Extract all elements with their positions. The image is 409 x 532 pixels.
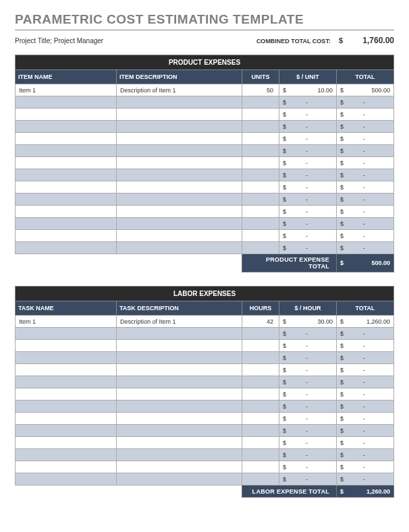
item-desc-cell[interactable]: [117, 461, 242, 473]
item-name-cell[interactable]: [16, 388, 117, 401]
item-desc-cell[interactable]: [117, 96, 242, 109]
rate-cell[interactable]: $-: [279, 181, 337, 194]
rate-cell[interactable]: $-: [279, 242, 337, 254]
item-desc-cell[interactable]: [117, 145, 242, 157]
item-desc-cell[interactable]: [117, 413, 242, 425]
units-cell[interactable]: 42: [242, 316, 279, 328]
rate-cell[interactable]: $-: [279, 449, 337, 461]
units-cell[interactable]: [242, 194, 279, 206]
units-cell[interactable]: [242, 133, 279, 145]
rate-cell[interactable]: $-: [279, 401, 337, 413]
rate-cell[interactable]: $-: [279, 473, 337, 485]
item-desc-cell[interactable]: [117, 206, 242, 218]
item-name-cell[interactable]: [16, 157, 117, 169]
item-name-cell[interactable]: [16, 121, 117, 133]
item-name-cell[interactable]: [16, 437, 117, 449]
item-desc-cell[interactable]: [117, 437, 242, 449]
rate-cell[interactable]: $-: [279, 218, 337, 230]
item-name-cell[interactable]: [16, 218, 117, 230]
units-cell[interactable]: [242, 157, 279, 169]
rate-cell[interactable]: $-: [279, 206, 337, 218]
item-desc-cell[interactable]: [117, 121, 242, 133]
item-name-cell[interactable]: [16, 425, 117, 437]
item-name-cell[interactable]: [16, 340, 117, 352]
item-name-cell[interactable]: [16, 328, 117, 340]
item-desc-cell[interactable]: [117, 242, 242, 254]
units-cell[interactable]: [242, 376, 279, 388]
rate-cell[interactable]: $-: [279, 145, 337, 157]
rate-cell[interactable]: $-: [279, 437, 337, 449]
rate-cell[interactable]: $-: [279, 388, 337, 401]
units-cell[interactable]: [242, 388, 279, 401]
units-cell[interactable]: [242, 449, 279, 461]
units-cell[interactable]: [242, 230, 279, 242]
item-name-cell[interactable]: [16, 169, 117, 181]
item-desc-cell[interactable]: [117, 157, 242, 169]
item-desc-cell[interactable]: [117, 401, 242, 413]
rate-cell[interactable]: $-: [279, 376, 337, 388]
units-cell[interactable]: [242, 218, 279, 230]
item-name-cell[interactable]: [16, 230, 117, 242]
item-name-cell[interactable]: [16, 181, 117, 194]
item-desc-cell[interactable]: Description of Item 1: [117, 84, 242, 96]
rate-cell[interactable]: $10.00: [279, 84, 337, 96]
rate-cell[interactable]: $-: [279, 413, 337, 425]
units-cell[interactable]: [242, 328, 279, 340]
rate-cell[interactable]: $-: [279, 194, 337, 206]
units-cell[interactable]: [242, 121, 279, 133]
units-cell[interactable]: [242, 364, 279, 376]
item-name-cell[interactable]: [16, 206, 117, 218]
rate-cell[interactable]: $-: [279, 96, 337, 109]
item-desc-cell[interactable]: [117, 449, 242, 461]
rate-cell[interactable]: $30.00: [279, 316, 337, 328]
units-cell[interactable]: [242, 413, 279, 425]
rate-cell[interactable]: $-: [279, 169, 337, 181]
units-cell[interactable]: [242, 96, 279, 109]
units-cell[interactable]: [242, 401, 279, 413]
item-desc-cell[interactable]: [117, 376, 242, 388]
rate-cell[interactable]: $-: [279, 230, 337, 242]
units-cell[interactable]: [242, 169, 279, 181]
item-desc-cell[interactable]: [117, 473, 242, 485]
item-desc-cell[interactable]: [117, 181, 242, 194]
item-desc-cell[interactable]: [117, 352, 242, 364]
units-cell[interactable]: [242, 145, 279, 157]
item-name-cell[interactable]: [16, 364, 117, 376]
item-desc-cell[interactable]: [117, 388, 242, 401]
item-name-cell[interactable]: Item 1: [16, 84, 117, 96]
item-name-cell[interactable]: [16, 145, 117, 157]
item-desc-cell[interactable]: [117, 169, 242, 181]
item-name-cell[interactable]: [16, 461, 117, 473]
item-desc-cell[interactable]: [117, 340, 242, 352]
rate-cell[interactable]: $-: [279, 133, 337, 145]
item-desc-cell[interactable]: [117, 133, 242, 145]
item-desc-cell[interactable]: [117, 194, 242, 206]
item-desc-cell[interactable]: [117, 218, 242, 230]
units-cell[interactable]: [242, 340, 279, 352]
rate-cell[interactable]: $-: [279, 461, 337, 473]
rate-cell[interactable]: $-: [279, 121, 337, 133]
units-cell[interactable]: [242, 181, 279, 194]
item-name-cell[interactable]: [16, 376, 117, 388]
item-desc-cell[interactable]: [117, 364, 242, 376]
item-name-cell[interactable]: [16, 242, 117, 254]
units-cell[interactable]: [242, 461, 279, 473]
rate-cell[interactable]: $-: [279, 157, 337, 169]
item-name-cell[interactable]: Item 1: [16, 316, 117, 328]
item-name-cell[interactable]: [16, 401, 117, 413]
units-cell[interactable]: [242, 473, 279, 485]
units-cell[interactable]: [242, 352, 279, 364]
units-cell[interactable]: [242, 206, 279, 218]
item-name-cell[interactable]: [16, 96, 117, 109]
item-desc-cell[interactable]: [117, 230, 242, 242]
rate-cell[interactable]: $-: [279, 364, 337, 376]
rate-cell[interactable]: $-: [279, 109, 337, 121]
units-cell[interactable]: 50: [242, 84, 279, 96]
units-cell[interactable]: [242, 242, 279, 254]
item-name-cell[interactable]: [16, 194, 117, 206]
units-cell[interactable]: [242, 425, 279, 437]
rate-cell[interactable]: $-: [279, 340, 337, 352]
units-cell[interactable]: [242, 437, 279, 449]
item-desc-cell[interactable]: Description of Item 1: [117, 316, 242, 328]
item-name-cell[interactable]: [16, 413, 117, 425]
